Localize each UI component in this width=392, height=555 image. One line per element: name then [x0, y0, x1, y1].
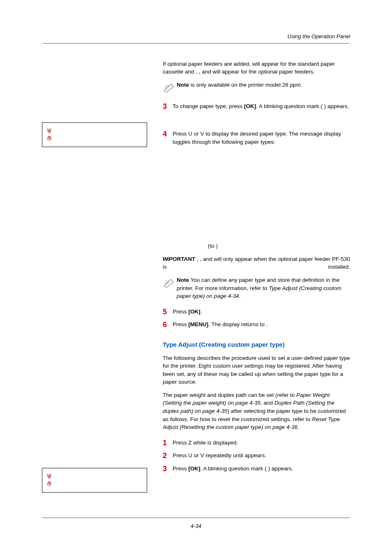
- text: while: [192, 440, 208, 446]
- step-number-6: 6: [163, 320, 173, 329]
- note-icon: [163, 277, 175, 290]
- subheading-type-adjust: Type Adjust (Creating custom paper type): [163, 340, 350, 349]
- header-rule: [42, 43, 350, 44]
- text: . A blinking question mark ( ) appears.: [201, 465, 293, 472]
- text: Press: [173, 452, 188, 458]
- note-text: is only available on the printer model 2…: [189, 82, 302, 88]
- text: . A blinking question mark ( ) appears.: [256, 103, 349, 109]
- note-block-2: Note You can define any paper type and s…: [163, 276, 350, 300]
- text: ,: [195, 256, 200, 262]
- text: or: [192, 131, 201, 137]
- up-icon: U: [188, 452, 192, 458]
- text: , and: [261, 400, 274, 406]
- right-icon: Z: [188, 440, 191, 446]
- text: The paper weight and duplex path can be …: [163, 392, 296, 398]
- text: is displayed.: [208, 440, 238, 446]
- step-number-4: 4: [163, 130, 173, 139]
- text: Press: [173, 131, 188, 137]
- text: , and: [199, 69, 213, 75]
- b-step-number-2: 2: [163, 451, 173, 461]
- dot: .: [201, 309, 202, 315]
- text: Press: [173, 309, 188, 315]
- text: or: [192, 452, 201, 458]
- text: To change paper type, press: [173, 103, 244, 109]
- text: Press: [173, 440, 188, 446]
- body-paragraph-1: The following describes the procedure us…: [163, 354, 350, 386]
- down-icon: V: [201, 452, 204, 458]
- step-number-3: 3: [163, 102, 173, 111]
- b-step-1-body: Press Z while is displayed.: [173, 439, 350, 447]
- up-icon: U: [188, 131, 192, 137]
- note-label: Note: [177, 277, 189, 283]
- text: Press: [173, 321, 188, 327]
- ok-key: [OK]: [188, 465, 200, 472]
- ok-key: [OK]: [244, 103, 256, 109]
- body-paragraph-2: The paper weight and duplex path can be …: [163, 391, 350, 431]
- step-4-body: Press U or V to display the desired pape…: [173, 130, 350, 146]
- important-block: IMPORTANT , , and will only appear when …: [163, 255, 350, 271]
- b-step-2-body: Press U or V repeatedly until appears.: [173, 451, 350, 460]
- dot: .: [239, 293, 241, 299]
- b-step-number-1: 1: [163, 439, 173, 448]
- running-header: Using the Operation Panel: [42, 33, 350, 41]
- b-step-number-3: 3: [163, 465, 173, 474]
- text: . The display returns to: [208, 321, 266, 327]
- text: repeatedly until: [204, 452, 245, 458]
- text: will appear for the optional paper feede…: [213, 69, 315, 75]
- menu-key: [MENU]: [188, 321, 208, 327]
- b-step-3-body: Press [OK]. A blinking question mark ( )…: [173, 465, 350, 473]
- text: ,: [196, 69, 199, 75]
- down-icon: V: [201, 131, 204, 137]
- note-block-1: Note is only available on the printer mo…: [163, 81, 350, 95]
- footer-rule: [42, 518, 350, 518]
- text: appears.: [245, 452, 267, 458]
- text: If optional paper feeders are added,: [163, 61, 252, 67]
- to-8-text: (to ): [208, 242, 350, 250]
- note-label: Note: [177, 82, 189, 88]
- ok-key: [OK]: [188, 309, 200, 315]
- note-icon: [163, 82, 175, 95]
- text: and: [203, 256, 214, 262]
- intro-paragraph: If optional paper feeders are added, wil…: [163, 60, 350, 76]
- text: Press: [173, 465, 188, 472]
- text: .: [297, 424, 299, 430]
- step-5-body: Press [OK].: [173, 308, 350, 316]
- step-6-body: Press [MENU]. The display returns to .: [173, 320, 350, 329]
- lcd-display-1: \ | / / | \: [42, 122, 147, 147]
- important-label: IMPORTANT: [163, 256, 195, 262]
- page-number: 4-34: [191, 523, 201, 529]
- dot: .: [266, 321, 268, 327]
- lcd-display-2: \ | / / | \: [42, 468, 147, 493]
- step-3-body: To change paper type, press [OK]. A blin…: [173, 102, 350, 111]
- step-number-5: 5: [163, 308, 173, 317]
